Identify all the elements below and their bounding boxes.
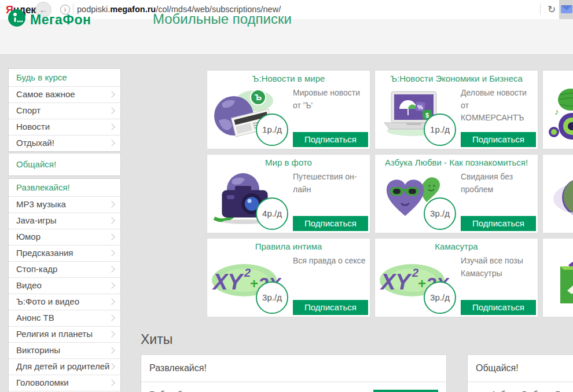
megafon-logo-icon[interactable] xyxy=(8,9,25,29)
disco-sphere-image xyxy=(545,168,573,231)
sidebar-item-sport[interactable]: Спорт xyxy=(9,102,120,119)
sidebar-item-golovolomki[interactable]: Головоломки xyxy=(9,375,120,391)
card-description: Вся правда о сексе xyxy=(293,255,366,268)
hits-panel-communicate: Общайся! Азбука Любви - Г xyxy=(467,354,573,392)
sidebar-item-label: Отдыхай! xyxy=(16,138,54,148)
sidebar-group-news: Будь в курсе Самое важное Спорт Новости … xyxy=(8,68,121,152)
sidebar-group-entertain: Развлекайся! MP3 музыка Java-игры Юмор П… xyxy=(8,178,121,392)
subscribe-button-clipped[interactable] xyxy=(373,390,438,392)
chevron-right-icon xyxy=(108,140,115,146)
sidebar-group-header[interactable]: Будь в курсе xyxy=(9,69,120,86)
price-badge: 4р./д xyxy=(256,197,288,230)
hits-panel-entertain: Развлекайся! Бабский xyxy=(141,354,447,392)
sidebar-item-video[interactable]: Видео xyxy=(9,277,120,294)
sidebar-group-header[interactable]: Развлекайся! xyxy=(9,179,120,196)
svg-text:XY: XY xyxy=(212,270,244,294)
hits-heading: Хиты xyxy=(141,332,172,347)
price-badge: 3р./д xyxy=(424,197,456,230)
sidebar-item-label: Анонс ТВ xyxy=(16,313,54,323)
subscription-card-clipped xyxy=(542,154,573,233)
svg-text:%: % xyxy=(417,104,423,111)
sidebar-item-label: MP3 музыка xyxy=(16,199,66,209)
sidebar-item-viktoriny[interactable]: Викторины xyxy=(9,342,120,358)
sidebar-group-header[interactable]: Общайся! xyxy=(9,153,120,175)
subscribe-button[interactable]: Подписаться xyxy=(293,300,368,315)
subscribe-button[interactable]: Подписаться xyxy=(293,132,368,147)
chevron-right-icon xyxy=(108,217,115,224)
subscribe-button[interactable]: Подписаться xyxy=(293,216,368,231)
sidebar-item-label: Стоп-кадр xyxy=(16,264,57,274)
chevron-right-icon xyxy=(108,379,115,386)
card-description: Изучай все позы Камасутры xyxy=(461,255,534,280)
sidebar-item-label: Юмор xyxy=(16,232,41,241)
chevron-right-icon xyxy=(108,282,115,288)
subscribe-button[interactable]: Подписаться xyxy=(461,300,536,315)
shopping-bag-image xyxy=(545,252,573,315)
chevron-right-icon xyxy=(108,298,115,305)
sidebar-item-label: Предсказания xyxy=(16,248,73,258)
sidebar-item-label: Спорт xyxy=(16,105,41,115)
sidebar-group-communicate: Общайся! xyxy=(8,153,121,176)
url-domain: megafon.ru xyxy=(110,5,156,14)
hits-item-clipped[interactable]: Бабский xyxy=(149,389,182,392)
brand-name[interactable]: МегаФон xyxy=(30,12,91,28)
price-badge: 3р./д xyxy=(424,281,456,314)
chevron-right-icon xyxy=(108,91,115,97)
mail-icon[interactable] xyxy=(561,5,572,16)
sidebar-item-label: Для детей и родителей xyxy=(16,361,109,371)
refresh-icon: ↻ xyxy=(548,4,556,15)
card-title[interactable]: Ъ:Новости в мире xyxy=(207,74,370,83)
sidebar-item-dlya-detey[interactable]: Для детей и родителей xyxy=(9,358,120,375)
svg-text:XY: XY xyxy=(380,270,412,294)
chevron-right-icon xyxy=(108,233,115,240)
subscription-card: Мир в фото Путешествия он-лайн 4р./д Под… xyxy=(207,154,370,233)
card-description: Путешествия он-лайн xyxy=(293,171,366,196)
hits-panel-title[interactable]: Общайся! xyxy=(468,355,573,382)
refresh-button[interactable]: ↻ xyxy=(545,3,558,16)
card-title[interactable]: Камасутра xyxy=(375,241,538,251)
chevron-right-icon xyxy=(108,266,115,272)
sidebar-item-label: Головоломки xyxy=(16,378,69,387)
chevron-right-icon xyxy=(108,347,115,353)
sidebar-item-humor[interactable]: Юмор xyxy=(9,229,120,245)
subscribe-button[interactable]: Подписаться xyxy=(461,132,536,147)
sidebar-item-label: Самое важное xyxy=(16,89,75,99)
svg-text:♪: ♪ xyxy=(554,107,559,116)
sidebar-item-anons-tv[interactable]: Анонс ТВ xyxy=(9,310,120,326)
subscription-card: Камасутра XY 2 + 2X Изучай все позы Кама… xyxy=(374,238,538,317)
svg-text:+: + xyxy=(418,276,426,291)
chevron-right-icon xyxy=(108,123,115,130)
subscription-card: Ъ:Новости Экономики и Бизнеса % $ Деловы… xyxy=(374,70,538,149)
card-title[interactable]: Азбука Любви - Как познакомиться! xyxy=(375,157,538,167)
hits-panel-title[interactable]: Развлекайся! xyxy=(141,355,446,382)
sidebar-item-label: Религия и планеты xyxy=(16,329,93,339)
card-title[interactable]: Правила интима xyxy=(207,241,370,251)
card-description: Мировые новости от 'Ъ' xyxy=(293,87,366,112)
svg-text:Ъ: Ъ xyxy=(255,93,262,102)
chevron-right-icon xyxy=(108,331,115,337)
price-badge: 1р./д xyxy=(424,113,456,146)
page: Яндекс ← i podpiski.megafon.ru/col/mds4/… xyxy=(0,0,573,392)
subscription-card: Ъ:Новости в мире Ъ Мировые xyxy=(207,70,370,149)
subscription-card-clipped xyxy=(542,238,573,317)
sidebar-item-photo-video[interactable]: Ъ:Фото и видео xyxy=(9,294,120,310)
subscription-card-clipped: ♪ xyxy=(542,70,573,149)
card-description: Деловые новости от КОММЕРСАНТЪ xyxy=(461,87,534,124)
hits-item-clipped[interactable]: Азбука Любви - Г xyxy=(491,389,560,392)
sidebar-item-otdyhay[interactable]: Отдыхай! xyxy=(9,135,120,151)
sidebar-item-mp3[interactable]: MP3 музыка xyxy=(9,196,120,213)
sidebar-item-java-games[interactable]: Java-игры xyxy=(9,213,120,229)
sidebar-item-samoe-vazhnoe[interactable]: Самое важное xyxy=(9,86,120,102)
chevron-right-icon xyxy=(108,250,115,256)
sidebar-item-novosti[interactable]: Новости xyxy=(9,119,120,135)
chevron-right-icon xyxy=(108,107,115,113)
card-title[interactable]: Мир в фото xyxy=(207,157,370,167)
sidebar-item-label: Ъ:Фото и видео xyxy=(16,296,79,306)
sidebar-item-predskazaniya[interactable]: Предсказания xyxy=(9,245,120,261)
sidebar-item-stop-kadr[interactable]: Стоп-кадр xyxy=(9,261,120,277)
toolbar-separator xyxy=(540,3,541,15)
subscribe-button[interactable]: Подписаться xyxy=(461,216,536,231)
sidebar-item-religiya[interactable]: Религия и планеты xyxy=(9,326,120,342)
card-description: Свидания без проблем xyxy=(461,171,534,196)
card-title[interactable]: Ъ:Новости Экономики и Бизнеса xyxy=(375,74,538,83)
